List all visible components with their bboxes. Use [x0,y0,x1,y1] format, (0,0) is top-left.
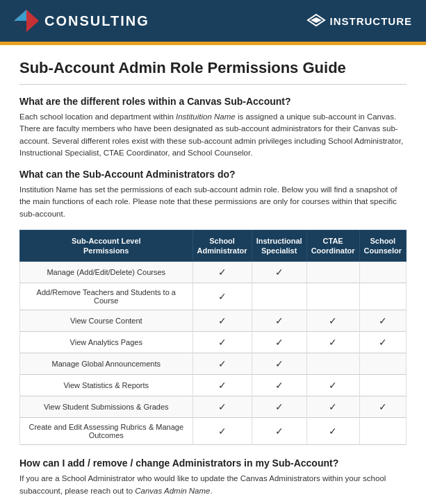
permission-cell-ctae [306,262,359,283]
permissions-table: Sub-Account LevelPermissions SchoolAdmin… [19,230,407,446]
instructure-logo: INSTRUCTURE [306,13,413,28]
permission-cell-counselor [359,262,406,283]
checkmark-icon: ✓ [329,380,337,391]
svg-marker-1 [14,10,26,21]
permission-cell-instructional: ✓ [252,375,306,396]
checkmark-icon: ✓ [275,267,284,278]
permission-label: Manage Global Announcements [20,353,193,375]
table-row: Add/Remove Teachers and Students to a Co… [20,283,407,310]
permission-label: View Student Submissions & Grades [20,396,193,418]
svg-marker-4 [311,17,322,23]
permission-cell-school_admin: ✓ [192,396,252,418]
title-divider [19,84,407,85]
checkmark-icon: ✓ [218,358,227,369]
table-row: View Statistics & Reports✓✓✓ [20,375,407,396]
checkmark-icon: ✓ [218,337,227,348]
permission-cell-ctae: ✓ [306,310,359,332]
permission-cell-school_admin: ✓ [192,310,252,332]
checkmark-icon: ✓ [275,315,284,326]
section1-heading: What are the different roles within a Ca… [19,96,407,107]
checkmark-icon: ✓ [329,337,337,348]
permission-cell-counselor: ✓ [359,396,406,418]
permission-cell-instructional: ✓ [252,310,306,332]
checkmark-icon: ✓ [218,315,227,326]
col-permissions: Sub-Account LevelPermissions [20,230,193,262]
checkmark-icon: ✓ [379,337,387,348]
section1-text: Each school location and department with… [19,111,407,159]
page-title: Sub-Account Admin Role Permissions Guide [19,59,407,77]
bottom-text: If you are a School Administrator who wo… [19,473,407,497]
permission-cell-ctae: ✓ [306,418,359,445]
col-instructional: InstructionalSpecialist [252,230,306,262]
permission-cell-instructional: ✓ [252,332,306,353]
permission-label: View Course Content [20,310,193,332]
permission-cell-counselor [359,418,406,445]
checkmark-icon: ✓ [275,337,284,348]
checkmark-icon: ✓ [218,380,227,391]
table-row: View Course Content✓✓✓✓ [20,310,407,332]
permission-cell-school_admin: ✓ [192,418,252,445]
consulting-icon [14,8,39,33]
permission-cell-school_admin: ✓ [192,375,252,396]
table-row: View Analytics Pages✓✓✓✓ [20,332,407,353]
permission-cell-counselor [359,375,406,396]
col-school-admin: SchoolAdministrator [192,230,252,262]
permission-cell-instructional: ✓ [252,262,306,283]
permission-label: View Analytics Pages [20,332,193,353]
checkmark-icon: ✓ [275,358,284,369]
checkmark-icon: ✓ [379,315,387,326]
checkmark-icon: ✓ [218,267,227,278]
permission-label: Create and Edit Assessing Rubrics & Mana… [20,418,193,445]
section2-heading: What can the Sub-Account Administrators … [19,169,407,180]
permission-cell-instructional [252,283,306,310]
checkmark-icon: ✓ [329,426,337,437]
permission-cell-counselor [359,283,406,310]
permission-cell-ctae [306,353,359,375]
permission-cell-ctae: ✓ [306,375,359,396]
permission-cell-school_admin: ✓ [192,353,252,375]
bottom-heading: How can I add / remove / change Administ… [19,457,407,469]
permission-cell-ctae: ✓ [306,396,359,418]
table-row: View Student Submissions & Grades✓✓✓✓ [20,396,407,418]
table-row: Create and Edit Assessing Rubrics & Mana… [20,418,407,445]
checkmark-icon: ✓ [218,291,227,302]
permission-cell-ctae: ✓ [306,332,359,353]
checkmark-icon: ✓ [275,426,284,437]
svg-marker-2 [14,21,26,32]
permission-cell-counselor: ✓ [359,332,406,353]
permission-cell-counselor: ✓ [359,310,406,332]
header: CONSULTING INSTRUCTURE [0,0,426,42]
permission-label: Manage (Add/Edit/Delete) Courses [20,262,193,283]
table-row: Manage (Add/Edit/Delete) Courses✓✓ [20,262,407,283]
consulting-label: CONSULTING [44,13,149,29]
permission-label: View Statistics & Reports [20,375,193,396]
col-ctae: CTAECoordinator [306,230,359,262]
checkmark-icon: ✓ [275,401,284,412]
header-left: CONSULTING [14,8,149,33]
checkmark-icon: ✓ [379,401,387,412]
permission-cell-instructional: ✓ [252,396,306,418]
page-container: CONSULTING INSTRUCTURE Sub-Account Admin… [0,0,426,504]
checkmark-icon: ✓ [218,401,227,412]
permission-cell-school_admin: ✓ [192,332,252,353]
checkmark-icon: ✓ [275,380,284,391]
col-counselor: SchoolCounselor [359,230,406,262]
permission-cell-instructional: ✓ [252,418,306,445]
table-row: Manage Global Announcements✓✓ [20,353,407,375]
permission-cell-counselor [359,353,406,375]
instructure-icon [306,13,326,28]
section2-text: Institution Name has set the permissions… [19,184,407,220]
permission-label: Add/Remove Teachers and Students to a Co… [20,283,193,310]
permission-cell-instructional: ✓ [252,353,306,375]
permission-cell-ctae [306,283,359,310]
checkmark-icon: ✓ [329,401,337,412]
checkmark-icon: ✓ [329,315,337,326]
instructure-label: INSTRUCTURE [330,15,413,27]
table-header-row: Sub-Account LevelPermissions SchoolAdmin… [20,230,407,262]
checkmark-icon: ✓ [218,426,227,437]
permission-cell-school_admin: ✓ [192,262,252,283]
main-content: Sub-Account Admin Role Permissions Guide… [0,45,426,504]
permission-cell-school_admin: ✓ [192,283,252,310]
